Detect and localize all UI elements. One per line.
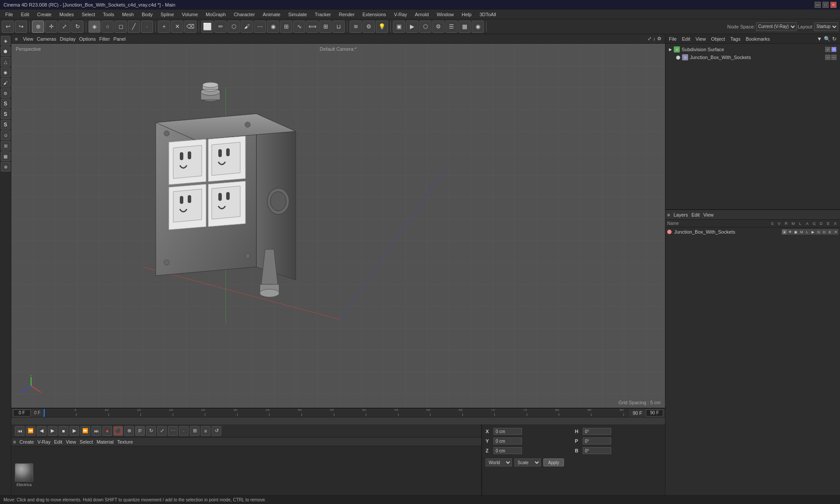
vp-icon-expand[interactable]: ⤢ <box>648 36 651 42</box>
polygon-btn[interactable]: ⬡ <box>228 21 240 33</box>
mat-menu-icon[interactable]: ≡ <box>13 439 16 444</box>
hair-btn[interactable]: ≋ <box>350 21 362 33</box>
smooth-btn[interactable]: ∿ <box>293 21 305 33</box>
obj-mode[interactable]: ○ <box>102 21 114 33</box>
play-button[interactable]: ▶ <box>48 426 57 436</box>
coord-z-input[interactable] <box>494 447 522 454</box>
char-btn[interactable]: ⚙ <box>363 21 375 33</box>
menu-volume[interactable]: Volume <box>178 11 202 18</box>
end-frame-input[interactable] <box>646 410 663 416</box>
scale-record-button[interactable]: ⤢ <box>157 426 167 436</box>
menu-tracker[interactable]: Tracker <box>312 11 335 18</box>
snap-button[interactable]: + <box>158 21 170 33</box>
om-file-menu[interactable]: File <box>669 36 677 42</box>
point-record-button[interactable]: · <box>179 426 189 436</box>
next-frame-button[interactable]: ▶ <box>70 426 79 436</box>
connect-btn[interactable]: ⊔ <box>332 21 345 33</box>
next-key-button[interactable]: ⏩ <box>80 426 90 436</box>
mat-menu-select[interactable]: Select <box>80 439 93 444</box>
redo-button[interactable]: ↪ <box>15 21 27 33</box>
layer-manager[interactable]: M <box>799 229 804 234</box>
om-item-junction-box[interactable]: ⬤ ⊕ Junction_Box_With_Sockets ⋯ ⋯ <box>667 53 838 61</box>
vp-menu-panel[interactable]: Panel <box>113 36 126 42</box>
apply-button[interactable]: Apply <box>543 458 564 466</box>
mat-menu-create[interactable]: Create <box>19 439 34 444</box>
right-icon-filter[interactable]: ▼ <box>817 36 822 42</box>
sub-check-1[interactable]: ✓ <box>825 47 830 52</box>
junc-check-2[interactable]: ⋯ <box>831 55 836 60</box>
layer-render[interactable]: ▣ <box>793 229 798 234</box>
light-btn[interactable]: 💡 <box>376 21 388 33</box>
right-icon-refresh[interactable]: ↻ <box>832 36 836 42</box>
layer-row-junction[interactable]: Junction_Box_With_Sockets ● 👁 ▣ M L ▶ G … <box>667 228 838 235</box>
om-edit-menu[interactable]: Edit <box>682 36 690 42</box>
layers-menu-layers[interactable]: Layers <box>673 212 688 217</box>
coord-b-input[interactable] <box>583 447 611 454</box>
layer-gen[interactable]: G <box>816 229 821 234</box>
mat-menu-view[interactable]: View <box>66 439 76 444</box>
tool-poly[interactable]: ▦ <box>1 151 10 161</box>
render-filter-btn[interactable]: ▦ <box>458 21 471 33</box>
menu-simulate[interactable]: Simulate <box>285 11 311 18</box>
layout-dropdown[interactable]: Startup <box>814 22 838 31</box>
minimize-button[interactable]: — <box>815 2 821 8</box>
render-queue-btn[interactable]: ☰ <box>445 21 458 33</box>
magnet-btn[interactable]: ⋯ <box>254 21 266 33</box>
tool-brush[interactable]: ⊙ <box>1 130 10 140</box>
auto-key-button[interactable]: ⚫ <box>113 426 123 436</box>
om-tags-menu[interactable]: Tags <box>730 36 740 42</box>
prev-key-button[interactable]: ⏪ <box>26 426 35 436</box>
cube-btn[interactable]: ⬜ <box>201 21 214 33</box>
vp-icon-download[interactable]: ↓ <box>653 36 656 42</box>
timeline-mode-button[interactable]: ≡ <box>201 426 210 436</box>
record-button[interactable]: ● <box>102 426 112 436</box>
mat-menu-texture[interactable]: Texture <box>117 439 133 444</box>
mat-menu-vray[interactable]: V-Ray <box>37 439 50 444</box>
vp-menu-filter[interactable]: Filter <box>99 36 110 42</box>
model-mode[interactable]: ◈ <box>88 21 101 33</box>
menu-extensions[interactable]: Extensions <box>359 11 390 18</box>
maximize-button[interactable]: □ <box>822 2 829 8</box>
menu-edit[interactable]: Edit <box>18 11 33 18</box>
vp-menu-cameras[interactable]: Cameras <box>37 36 56 42</box>
pos-record-button[interactable]: P <box>135 426 145 436</box>
live-select-button[interactable]: ⊕ <box>32 21 44 33</box>
mat-menu-material[interactable]: Material <box>97 439 114 444</box>
point-mode[interactable]: · <box>141 21 153 33</box>
undo-button[interactable]: ↩ <box>2 21 14 33</box>
render-region-btn[interactable]: ▣ <box>393 21 405 33</box>
tool-s1[interactable]: S <box>1 99 10 108</box>
playhead[interactable] <box>44 409 45 417</box>
tool-sculpt[interactable]: ◉ <box>1 67 10 77</box>
mat-menu-edit[interactable]: Edit <box>54 439 62 444</box>
tool-sym[interactable]: ⊗ <box>1 162 10 172</box>
coord-h-input[interactable] <box>583 428 611 435</box>
layer-solo[interactable]: ● <box>782 229 787 234</box>
menu-help[interactable]: Help <box>458 11 475 18</box>
tool-scene[interactable]: ⬟ <box>1 46 10 56</box>
viewport-canvas[interactable]: Perspective Default Camera:* Grid Spacin… <box>11 44 665 408</box>
param-record-button[interactable]: ⋯ <box>168 426 178 436</box>
menu-arnold[interactable]: Arnold <box>411 11 432 18</box>
om-object-menu[interactable]: Object <box>711 36 725 42</box>
om-bookmarks-menu[interactable]: Bookmarks <box>746 36 770 42</box>
om-item-subdivision[interactable]: ▶ ⊞ Subdivision Surface ✓ ≡ <box>667 46 838 53</box>
layer-x[interactable]: ✕ <box>833 229 838 234</box>
viewport-menu-icon[interactable]: ≡ <box>15 36 18 42</box>
current-frame-input[interactable] <box>13 410 31 416</box>
poly-mode[interactable]: ◻ <box>115 21 127 33</box>
layers-menu-edit[interactable]: Edit <box>691 212 700 217</box>
om-view-menu[interactable]: View <box>696 36 706 42</box>
render-settings-btn[interactable]: ⚙ <box>432 21 444 33</box>
go-start-button[interactable]: ⏮ <box>15 426 24 436</box>
new-obj-button[interactable]: ✕ <box>171 21 183 33</box>
menu-spline[interactable]: Spline <box>157 11 178 18</box>
layer-deform[interactable]: D <box>822 229 827 234</box>
menu-mograph[interactable]: MoGraph <box>202 11 229 18</box>
delete-obj-button[interactable]: ⌫ <box>184 21 196 33</box>
rot-record-button[interactable]: ↻ <box>146 426 156 436</box>
tool-grid[interactable]: ⊞ <box>1 141 10 150</box>
menu-3dtall[interactable]: 3DToAll <box>476 11 500 18</box>
close-button[interactable]: ✕ <box>830 2 836 8</box>
material-item[interactable]: Electrica <box>15 463 33 487</box>
